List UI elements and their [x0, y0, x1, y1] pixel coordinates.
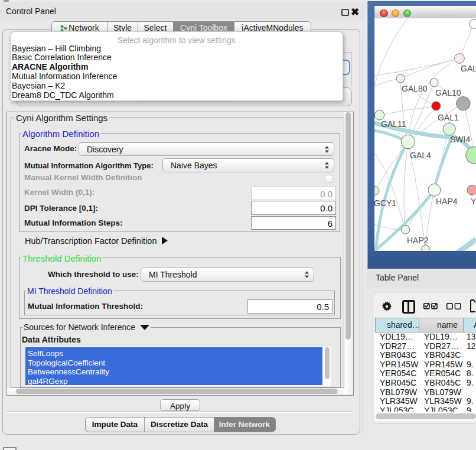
svg-text:HAP4: HAP4	[436, 197, 458, 206]
svg-text:Y: Y	[471, 197, 476, 206]
svg-text:HAP2: HAP2	[407, 236, 429, 245]
svg-text:GAL10: GAL10	[435, 88, 461, 97]
svg-text:GAL4: GAL4	[410, 151, 431, 160]
svg-text:SWI4: SWI4	[450, 135, 470, 144]
svg-text:GCY1: GCY1	[374, 198, 396, 208]
svg-text:GAL1: GAL1	[438, 113, 459, 122]
svg-text:GAL11: GAL11	[381, 119, 406, 129]
svg-text:GAL80: GAL80	[402, 84, 428, 93]
svg-text:GAL7: GAL7	[461, 64, 476, 73]
